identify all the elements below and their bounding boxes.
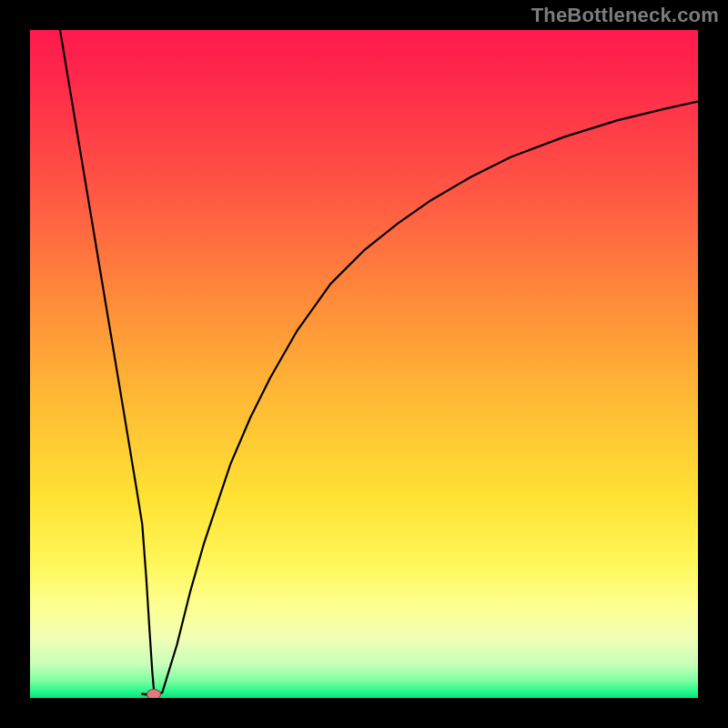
chart-frame: TheBottleneck.com	[0, 0, 728, 728]
watermark-text: TheBottleneck.com	[531, 4, 719, 27]
bottleneck-curve	[30, 30, 698, 698]
plot-area	[30, 30, 698, 698]
minimum-marker	[147, 689, 161, 698]
